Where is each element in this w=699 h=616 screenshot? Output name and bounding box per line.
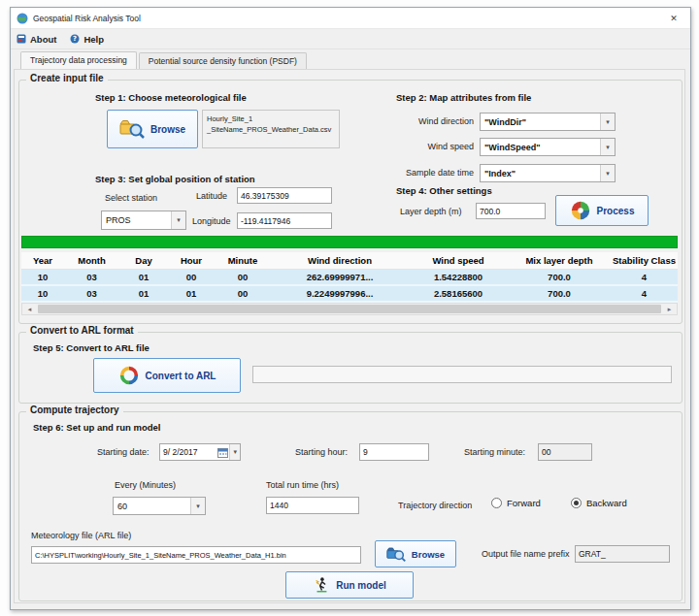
step1-title: Step 1: Choose meteorological file <box>95 92 247 103</box>
browse-arl-file-label: Browse <box>412 549 445 560</box>
longitude-label: Longitude <box>192 216 231 226</box>
starting-hour-label: Starting hour: <box>295 447 348 457</box>
menu-help-label: Help <box>83 34 104 45</box>
group-convert-arl-title: Convert to ARL format <box>26 325 138 336</box>
met-arl-file-field[interactable]: C:\HYSPLIT\working\Hourly_Site_1_SiteNam… <box>31 546 361 564</box>
browse-met-file-button[interactable]: Browse <box>107 110 198 148</box>
step6-title: Step 6: Set up and run model <box>33 422 160 433</box>
close-button[interactable]: ✕ <box>657 8 690 28</box>
layer-depth-label: Layer depth (m) <box>400 207 462 216</box>
starting-date-picker[interactable]: 9/ 2/2017 ▾ <box>159 443 241 461</box>
convert-ring-icon <box>118 365 140 386</box>
process-button[interactable]: Process <box>555 195 649 226</box>
sample-datetime-label: Sample date time <box>396 168 474 178</box>
run-model-button[interactable]: Run model <box>285 571 414 599</box>
hiker-icon <box>313 576 330 594</box>
trajectory-direction-label: Trajectory direction <box>398 501 472 510</box>
menu-bar: About ? Help <box>11 29 690 49</box>
col-header-wind-direction[interactable]: Wind direction <box>271 252 409 270</box>
every-minutes-label: Every (Minutes) <box>115 480 176 490</box>
weather-data-table: Year Month Day Hour Minute Wind directio… <box>21 252 678 315</box>
radio-backward[interactable]: Backward <box>571 498 627 508</box>
scroll-right-icon[interactable]: ► <box>662 304 677 314</box>
output-prefix-label: Output file name prefix <box>482 549 570 559</box>
col-header-day[interactable]: Day <box>119 252 168 270</box>
wind-speed-label: Wind speed <box>396 142 474 151</box>
col-header-mix-layer-depth[interactable]: Mix layer depth <box>508 252 611 270</box>
group-compute-trajectory-title: Compute trajectory <box>26 405 123 415</box>
output-prefix-field[interactable]: GRAT_ <box>575 545 670 563</box>
browse-arl-file-button[interactable]: Browse <box>375 540 456 567</box>
layer-depth-field[interactable]: 700.0 <box>476 203 546 219</box>
chevron-down-icon: ▾ <box>600 165 615 181</box>
wind-direction-label: Wind direction <box>396 116 474 126</box>
app-window: Geospatial Risk Analysis Tool ✕ About ? … <box>10 7 691 610</box>
radio-forward-circle <box>491 498 502 508</box>
chevron-down-icon: ▾ <box>600 113 615 130</box>
process-progress-bar <box>21 236 678 248</box>
latitude-field[interactable]: 46.39175309 <box>237 187 332 204</box>
tab-trajectory[interactable]: Trajectory data processing <box>20 51 137 69</box>
convert-to-arl-label: Convert to ARL <box>146 371 216 381</box>
select-station-label: Select station <box>105 193 157 203</box>
group-compute-trajectory: Compute trajectory Step 6: Set up and ru… <box>18 411 682 601</box>
total-run-time-label: Total run time (hrs) <box>266 480 339 490</box>
run-model-label: Run model <box>336 580 386 591</box>
station-select[interactable]: PROS ▾ <box>101 211 186 230</box>
calendar-icon <box>217 447 228 458</box>
chevron-down-icon: ▾ <box>600 139 615 155</box>
tab-psdf[interactable]: Potential source density function (PSDF) <box>139 52 307 70</box>
step2-title: Step 2: Map attributes from file <box>396 92 531 103</box>
scrollbar-thumb[interactable] <box>38 305 661 313</box>
total-run-time-field[interactable]: 1440 <box>266 497 359 514</box>
sample-datetime-select[interactable]: "Index" ▾ <box>480 164 616 182</box>
radio-forward[interactable]: Forward <box>491 498 541 508</box>
browse-met-file-label: Browse <box>150 124 185 135</box>
col-header-month[interactable]: Month <box>64 252 119 270</box>
every-minutes-select[interactable]: 60 ▾ <box>113 497 206 515</box>
menu-about-label: About <box>30 34 56 45</box>
starting-minute-label: Starting minute: <box>464 447 525 457</box>
table-header-row: Year Month Day Hour Minute Wind directio… <box>21 252 678 270</box>
wind-speed-select[interactable]: "WindSpeed" ▾ <box>480 138 616 156</box>
chevron-down-icon: ▾ <box>229 444 240 460</box>
chevron-down-icon: ▾ <box>171 211 185 229</box>
col-header-wind-speed[interactable]: Wind speed <box>409 252 508 270</box>
chevron-down-icon: ▾ <box>190 498 205 514</box>
table-row[interactable]: 10 03 01 00 00 262.69999971... 1.5422880… <box>21 270 678 286</box>
radio-backward-circle <box>571 498 582 508</box>
tab-strip: Trajectory data processing Potential sou… <box>20 52 307 70</box>
col-header-minute[interactable]: Minute <box>215 252 271 270</box>
latitude-label: Latitude <box>196 191 227 201</box>
scroll-left-icon[interactable]: ◄ <box>22 304 37 314</box>
starting-minute-field[interactable]: 00 <box>538 443 592 461</box>
convert-progress-bar <box>252 366 672 383</box>
group-create-input: Create input file Step 1: Choose meteoro… <box>18 80 682 324</box>
wind-direction-select[interactable]: "WindDir" ▾ <box>480 113 616 131</box>
help-icon: ? <box>70 34 80 44</box>
starting-date-label: Starting date: <box>97 447 150 457</box>
window-title: Geospatial Risk Analysis Tool <box>33 14 141 23</box>
folder-search-icon <box>119 118 145 140</box>
col-header-hour[interactable]: Hour <box>168 252 215 270</box>
table-horizontal-scrollbar[interactable]: ◄ ► <box>21 303 678 315</box>
step5-title: Step 5: Convert to ARL file <box>33 342 150 353</box>
met-arl-file-label: Meteorology file (ARL file) <box>31 531 131 540</box>
convert-to-arl-button[interactable]: Convert to ARL <box>93 358 241 393</box>
svg-text:?: ? <box>73 35 77 43</box>
menu-help[interactable]: ? Help <box>70 34 104 45</box>
radio-forward-label: Forward <box>507 498 541 508</box>
process-pinwheel-icon <box>570 200 591 221</box>
radio-backward-label: Backward <box>586 498 627 508</box>
menu-about[interactable]: About <box>17 34 56 45</box>
table-row[interactable]: 10 03 01 01 00 9.2249997996... 2.5816560… <box>21 286 678 303</box>
longitude-field[interactable]: -119.4117946 <box>237 212 332 229</box>
starting-hour-field[interactable]: 9 <box>359 443 429 461</box>
group-create-input-title: Create input file <box>26 73 108 83</box>
process-button-label: Process <box>597 206 635 216</box>
col-header-year[interactable]: Year <box>21 252 64 270</box>
col-header-stability-class[interactable]: Stability Class <box>611 252 678 270</box>
about-icon <box>17 34 26 44</box>
met-file-name-display: Hourly_Site_1 _SiteName_PROS_Weather_Dat… <box>202 110 340 148</box>
step3-title: Step 3: Set global position of station <box>95 174 255 184</box>
